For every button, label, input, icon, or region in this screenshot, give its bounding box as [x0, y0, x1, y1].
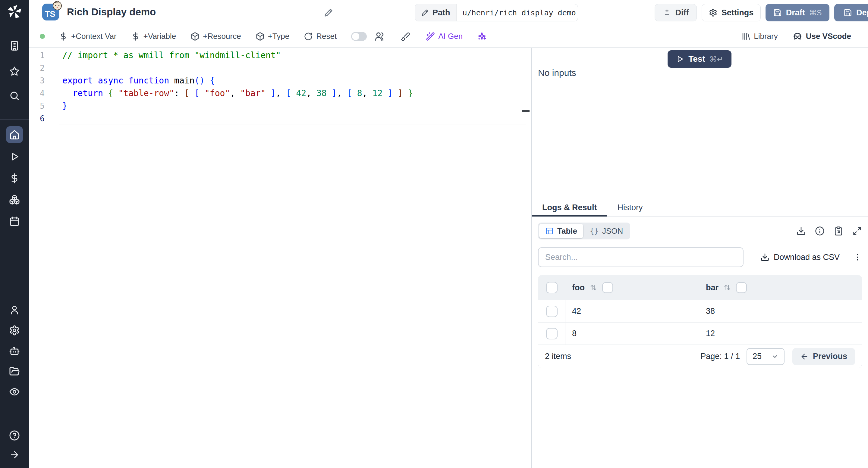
code-text: } — [62, 100, 67, 112]
sort-foo-icon[interactable] — [590, 284, 597, 292]
package-icon — [255, 32, 265, 41]
users-person-icon[interactable] — [9, 304, 20, 315]
add-variable-button[interactable]: +Variable — [131, 32, 176, 41]
previous-page-button[interactable]: Previous — [792, 348, 855, 365]
code-line: 4 return { "table-row": [ [ "foo", "bar"… — [29, 87, 531, 100]
reset-button[interactable]: Reset — [304, 32, 337, 41]
test-button[interactable]: Test ⌘↵ — [668, 50, 732, 68]
format-brush-icon[interactable] — [401, 32, 410, 41]
dollar-icon — [59, 32, 68, 41]
favorites-star-icon[interactable] — [9, 66, 20, 77]
add-type-label: +Type — [268, 32, 290, 41]
path-pencil-icon — [421, 9, 429, 16]
use-vscode-label: Use VScode — [806, 32, 851, 41]
table-footer: 2 items Page: 1 / 1 25 Previous — [538, 344, 862, 368]
table-header-row: foo bar — [538, 275, 862, 300]
runs-play-icon[interactable] — [9, 151, 20, 162]
library-label: Library — [754, 32, 778, 41]
top-bar: TS Rich Display demo Path u/henri/rich_d… — [29, 0, 868, 25]
add-context-var-button[interactable]: +Context Var — [59, 32, 117, 41]
folders-folder-icon[interactable] — [9, 366, 20, 377]
variables-dollar-icon[interactable] — [9, 173, 20, 184]
tab-logs-result[interactable]: Logs & Result — [532, 199, 607, 216]
code-text: // import * as wmill from "windmill-clie… — [62, 49, 281, 62]
home-active-item[interactable] — [6, 126, 23, 143]
draft-label: Draft — [786, 8, 805, 18]
search-input[interactable] — [538, 247, 744, 267]
path-button[interactable]: Path u/henri/rich_display_demo — [415, 4, 578, 22]
scrollbar-cursor-mark — [522, 110, 530, 112]
line-number: 4 — [29, 87, 44, 100]
page-size-value: 25 — [752, 352, 762, 361]
settings-button[interactable]: Settings — [702, 4, 761, 22]
windmill-logo-icon[interactable] — [7, 4, 22, 19]
code-line: 2 — [29, 62, 531, 74]
select-all-checkbox[interactable] — [546, 282, 558, 293]
column-header-foo[interactable]: foo — [572, 283, 585, 293]
line-number: 2 — [29, 62, 44, 74]
dollar-icon — [131, 32, 140, 41]
code-text: export async function main() { — [62, 74, 215, 87]
line-number: 5 — [29, 100, 44, 112]
info-icon[interactable] — [815, 226, 825, 236]
code-line: 1// import * as wmill from "windmill-cli… — [29, 49, 531, 62]
users-icon[interactable] — [375, 31, 385, 41]
view-json-button[interactable]: {} JSON — [584, 224, 629, 238]
download-result-icon[interactable] — [796, 226, 806, 236]
sidebar-divider — [0, 119, 29, 120]
row-checkbox[interactable] — [546, 306, 558, 317]
code-line: 6 — [29, 112, 531, 125]
expand-icon[interactable] — [852, 226, 862, 236]
braces-icon: {} — [590, 227, 598, 235]
workspace-building-icon[interactable] — [9, 40, 20, 51]
resources-boxes-icon[interactable] — [9, 194, 20, 205]
diff-button[interactable]: Diff — [655, 4, 697, 22]
edit-summary-pencil-icon[interactable] — [324, 8, 333, 18]
multiplayer-toggle[interactable] — [351, 32, 367, 41]
cell-foo: 42 — [572, 307, 581, 316]
diff-icon — [663, 8, 671, 17]
add-type-button[interactable]: +Type — [255, 32, 290, 41]
deploy-button[interactable]: Deploy — [834, 4, 868, 22]
sort-bar-icon[interactable] — [723, 284, 731, 292]
workers-bot-icon[interactable] — [9, 345, 20, 356]
line-number: 3 — [29, 74, 44, 87]
settings-label: Settings — [721, 8, 754, 18]
schedules-calendar-icon[interactable] — [9, 216, 20, 227]
draft-button[interactable]: Draft ⌘S — [766, 4, 830, 22]
no-inputs-text: No inputs — [538, 68, 576, 78]
column-foo-checkbox[interactable] — [602, 282, 613, 293]
add-resource-button[interactable]: +Resource — [190, 32, 241, 41]
search-icon[interactable] — [9, 90, 20, 101]
diff-label: Diff — [675, 8, 689, 18]
result-table: foo bar 4238812 2 items Page: 1 — [538, 275, 862, 368]
library-button[interactable]: Library — [741, 32, 778, 41]
sparkles-icon[interactable] — [477, 32, 487, 41]
ai-gen-button[interactable]: AI Gen — [426, 32, 463, 41]
code-editor[interactable]: 1// import * as wmill from "windmill-cli… — [29, 48, 531, 468]
column-header-bar[interactable]: bar — [706, 283, 718, 293]
more-options-kebab-icon[interactable] — [853, 253, 862, 262]
status-dot — [40, 34, 45, 39]
library-icon — [741, 32, 750, 41]
help-circle-icon[interactable] — [9, 430, 20, 441]
download-csv-label: Download as CSV — [774, 253, 840, 262]
audit-eye-icon[interactable] — [9, 387, 20, 397]
copy-to-clipboard-icon[interactable] — [834, 226, 843, 236]
use-vscode-button[interactable]: Use VScode — [792, 31, 851, 41]
table-row: 812 — [538, 322, 862, 344]
column-bar-checkbox[interactable] — [736, 282, 747, 293]
typescript-badge-label: TS — [45, 10, 56, 19]
table-icon — [545, 227, 554, 235]
tab-history[interactable]: History — [607, 199, 653, 216]
expand-arrow-right-icon[interactable] — [9, 449, 20, 460]
settings-gear-icon[interactable] — [9, 325, 20, 336]
page-info: Page: 1 / 1 — [701, 352, 740, 361]
download-csv-button[interactable]: Download as CSV — [761, 253, 840, 262]
test-label: Test — [688, 54, 705, 64]
gear-icon — [709, 8, 717, 17]
row-checkbox[interactable] — [546, 328, 558, 339]
add-context-var-label: +Context Var — [71, 32, 117, 41]
view-table-button[interactable]: Table — [539, 224, 583, 238]
page-size-select[interactable]: 25 — [747, 348, 784, 365]
